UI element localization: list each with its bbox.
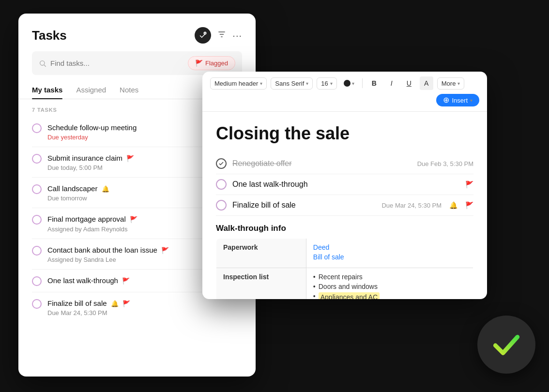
- svg-point-5: [40, 60, 45, 65]
- list-item: • Appliances and AC: [313, 292, 466, 299]
- filter-icon[interactable]: [217, 30, 227, 42]
- checkmark-badge: [477, 316, 535, 374]
- tab-notes[interactable]: Notes: [120, 81, 138, 99]
- doc-toolbar: Medium header ▾ Sans Serif ▾ 16 ▾ ▾ B I …: [202, 72, 487, 112]
- tab-assigned[interactable]: Assigned: [76, 81, 106, 99]
- toolbar-divider: [362, 78, 363, 88]
- task-checkbox[interactable]: [32, 215, 42, 225]
- text-color-button[interactable]: ▾: [341, 78, 357, 89]
- flag-icon: 🚩: [465, 181, 473, 188]
- task-checkbox[interactable]: [32, 154, 42, 164]
- list-item: • Doors and windows: [313, 283, 466, 290]
- underline-button[interactable]: U: [402, 76, 416, 90]
- task-name: Finalize bill of sale 🔔 🚩: [47, 298, 242, 308]
- bell-icon: 🔔: [102, 185, 109, 193]
- add-task-icon: +: [198, 31, 207, 40]
- bullet-icon: •: [313, 283, 316, 290]
- table-cell-label: Inspection list: [216, 268, 306, 300]
- italic-button[interactable]: I: [385, 76, 398, 90]
- list-item: • Recent repairs: [313, 273, 466, 281]
- flag-icon: 🚩: [122, 300, 130, 307]
- bullet-icon: •: [313, 292, 316, 299]
- task-checkbox[interactable]: [32, 184, 42, 194]
- task-completed-icon[interactable]: [216, 158, 227, 169]
- bell-icon: 🔔: [111, 300, 119, 307]
- table-cell-label: Paperwork: [216, 239, 306, 268]
- checkmark-icon: [218, 161, 224, 166]
- scene: Tasks + ···: [0, 0, 549, 392]
- chevron-down-icon: ▾: [352, 81, 354, 86]
- chevron-down-icon: ▾: [458, 81, 460, 86]
- task-checkbox[interactable]: [32, 123, 42, 133]
- bold-button[interactable]: B: [367, 76, 381, 90]
- flag-icon: 🚩: [161, 247, 169, 254]
- svg-text:+: +: [204, 31, 206, 34]
- chevron-down-icon: ▾: [470, 98, 473, 103]
- tasks-title: Tasks: [32, 28, 67, 43]
- section-header: Walk-through info: [216, 224, 473, 233]
- doc-task-row: One last walk-through 🚩: [216, 174, 473, 195]
- doc-content: Closing the sale Renegotiate offer Due F…: [202, 112, 487, 299]
- checkmark-icon: [489, 328, 523, 362]
- task-checkbox[interactable]: [32, 299, 42, 309]
- insert-button[interactable]: ⊕ Insert ▾: [436, 94, 479, 106]
- task-circle-icon[interactable]: [216, 179, 227, 190]
- table-cell-content: Deed Bill of sale: [306, 239, 473, 268]
- font-select[interactable]: Sans Serif ▾: [271, 77, 313, 90]
- doc-task-due: Due Feb 3, 5:30 PM: [417, 160, 473, 167]
- more-options-select[interactable]: More ▾: [437, 77, 465, 90]
- info-table: Paperwork Deed Bill of sale Inspection l…: [216, 238, 473, 299]
- doc-task-name: One last walk-through: [232, 180, 459, 189]
- format-select[interactable]: Medium header ▾: [210, 77, 267, 90]
- text-style-button[interactable]: A: [420, 76, 433, 90]
- chevron-down-icon: ▾: [260, 81, 262, 86]
- search-icon: [39, 60, 46, 67]
- task-due: Due Mar 24, 5:30 PM: [47, 309, 242, 317]
- tasks-actions: + ···: [195, 27, 242, 44]
- doc-task-name: Renegotiate offer: [232, 159, 412, 168]
- tasks-header: Tasks + ···: [18, 14, 256, 51]
- doc-title: Closing the sale: [216, 123, 473, 144]
- add-task-button[interactable]: +: [195, 27, 211, 44]
- size-select[interactable]: 16 ▾: [317, 77, 336, 90]
- flag-icon: 🚩: [122, 277, 130, 285]
- task-circle-icon[interactable]: [216, 200, 227, 211]
- task-checkbox[interactable]: [32, 276, 42, 286]
- doc-task-due: Due Mar 24, 5:30 PM: [381, 202, 442, 209]
- search-input[interactable]: [50, 59, 184, 67]
- more-options-icon[interactable]: ···: [232, 30, 242, 41]
- color-swatch: [344, 80, 351, 87]
- flag-icon: 🚩: [465, 201, 473, 209]
- bell-icon: 🔔: [449, 201, 458, 209]
- plus-icon: ⊕: [443, 96, 449, 104]
- chevron-down-icon: ▾: [330, 81, 333, 86]
- table-row: Paperwork Deed Bill of sale: [216, 239, 473, 268]
- doc-task-row: Finalize bill of sale Due Mar 24, 5:30 P…: [216, 195, 473, 216]
- task-checkbox[interactable]: [32, 246, 42, 256]
- doc-task-row: Renegotiate offer Due Feb 3, 5:30 PM: [216, 153, 473, 174]
- bill-of-sale-link[interactable]: Bill of sale: [313, 253, 466, 261]
- highlighted-text: Appliances and AC: [319, 292, 380, 299]
- chevron-down-icon: ▾: [306, 81, 308, 86]
- table-row: Inspection list • Recent repairs • Doors…: [216, 268, 473, 300]
- flag-icon: 🚩: [195, 60, 203, 67]
- tab-my-tasks[interactable]: My tasks: [32, 81, 62, 99]
- bullet-icon: •: [313, 273, 316, 281]
- doc-task-name: Finalize bill of sale: [232, 201, 376, 210]
- svg-line-6: [44, 65, 46, 67]
- deed-link[interactable]: Deed: [313, 243, 466, 251]
- doc-panel: Medium header ▾ Sans Serif ▾ 16 ▾ ▾ B I …: [202, 72, 487, 299]
- task-content: Finalize bill of sale 🔔 🚩 Due Mar 24, 5:…: [47, 298, 242, 317]
- flag-icon: 🚩: [126, 155, 134, 162]
- table-cell-content: • Recent repairs • Doors and windows • A…: [306, 268, 473, 300]
- flagged-filter-button[interactable]: 🚩 Flagged: [188, 56, 235, 70]
- flag-icon: 🚩: [130, 216, 137, 223]
